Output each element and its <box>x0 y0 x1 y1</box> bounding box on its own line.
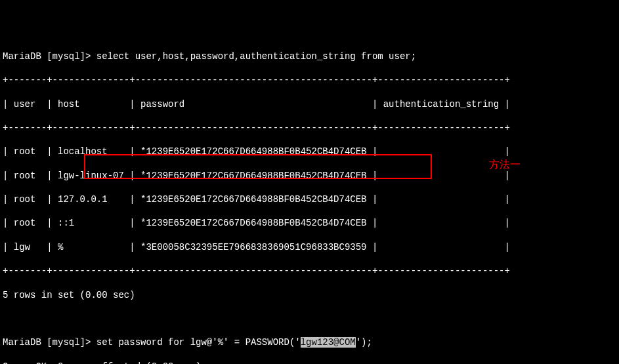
prompt: MariaDB [mysql]> <box>3 51 96 62</box>
terminal-line[interactable]: MariaDB [mysql]> select user,host,passwo… <box>3 51 619 62</box>
selected-text: lgw123@COM <box>301 337 356 348</box>
terminal-line[interactable]: MariaDB [mysql]> set password for lgw@'%… <box>3 336 619 348</box>
blank-line <box>3 313 619 325</box>
query-ok: Query OK, 0 rows affected (0.00 sec) <box>3 361 619 364</box>
table-row: | root | ::1 | *1239E6520E172C667D664988… <box>3 217 619 229</box>
sql-command-part: set password for lgw@'%' = PASSWORD(' <box>96 337 301 348</box>
annotation-label: 方法一 <box>489 158 521 172</box>
row-count: 5 rows in set (0.00 sec) <box>3 289 619 301</box>
table-header: | user | host | password | authenticatio… <box>3 98 619 110</box>
struck-text: affected (0.00 sec) <box>96 361 202 364</box>
table-border: +-------+--------------+----------------… <box>3 265 619 277</box>
sql-query: select user,host,password,authentication… <box>96 51 416 62</box>
prompt: MariaDB [mysql]> <box>3 337 96 348</box>
sql-command-part: '); <box>356 337 372 348</box>
table-row: | root | localhost | *1239E6520E172C667D… <box>3 146 619 157</box>
table-row: | root | 127.0.0.1 | *1239E6520E172C667D… <box>3 193 619 205</box>
table-border: +-------+--------------+----------------… <box>3 74 619 86</box>
table-row: | lgw | % | *3E00058C32395EE796683836905… <box>3 241 619 253</box>
table-row: | root | lgw-linux-07 | *1239E6520E172C6… <box>3 170 619 182</box>
table-border: +-------+--------------+----------------… <box>3 122 619 134</box>
